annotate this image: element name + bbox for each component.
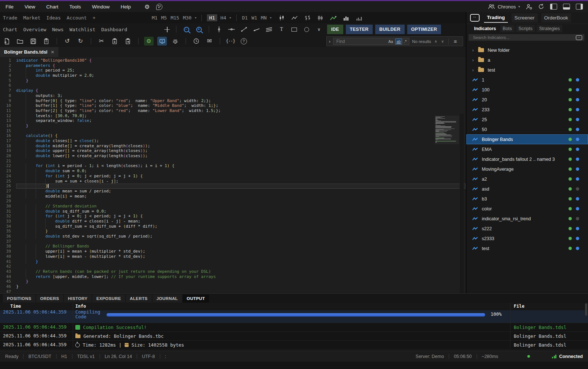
panel-tab-orderbook[interactable]: OrderBook (541, 13, 571, 22)
code-line[interactable]: 40 lower[i] = mean - (multiplier * std_d… (0, 254, 466, 259)
timeframe-d1[interactable]: D1 (242, 15, 248, 21)
cut-icon[interactable]: ✂ (98, 37, 105, 45)
code-line[interactable]: 29 (0, 199, 466, 204)
panel-tab-screener[interactable]: Screener (512, 13, 538, 22)
horizontal-line-tool-icon[interactable] (228, 26, 235, 33)
code-line[interactable]: 30 // Standard deviation (0, 204, 466, 209)
mode-button-builder[interactable]: BUILDER (375, 25, 405, 34)
code-line[interactable]: 35 } (0, 229, 466, 234)
code-line[interactable]: 32 for (int j = 0; j < period; j = j + 1… (0, 214, 466, 219)
output-row[interactable]: 2025.11.06 05:06:44.359Generated: Boling… (0, 332, 588, 341)
indicator-search-input[interactable]: Search Indicators... ·· (469, 34, 584, 41)
folder-row-test[interactable]: ›test (466, 65, 588, 75)
regex-toggle[interactable]: .* (403, 39, 408, 44)
timeframe-mn[interactable]: MN (261, 15, 267, 21)
code-line[interactable]: 19 double upper[] = create_array(length(… (0, 148, 466, 153)
output-row[interactable]: 2025.11.06 05:06:44.359Compilation Succe… (0, 323, 588, 332)
timeframe-m5[interactable]: M5 (161, 15, 167, 21)
bottom-tab-exposure[interactable]: EXPOSURE (92, 294, 125, 303)
candlestick-chart-icon[interactable] (279, 15, 285, 21)
theme-palette-icon[interactable] (156, 4, 162, 10)
code-line[interactable]: 14 } (0, 123, 466, 129)
text-tool-icon[interactable]: T (278, 26, 285, 33)
code-line[interactable]: 31 double sq_diff_sum = 0.0; (0, 209, 466, 214)
zoom-in-icon[interactable]: + (196, 27, 202, 32)
code-line[interactable]: 5 } (0, 78, 466, 83)
code-line[interactable]: 24 for (int j = 0; j < period; j = j + 1… (0, 174, 466, 179)
output-scrollbar[interactable] (585, 303, 587, 316)
panel-tab-trading[interactable]: Trading (484, 13, 508, 23)
timeframe-w1[interactable]: W1 (251, 15, 257, 21)
crosshair-icon[interactable] (164, 27, 170, 32)
code-line[interactable]: 33 double diff = closes[i - j] - mean; (0, 219, 466, 224)
bottom-tab-journal[interactable]: JOURNAL (153, 294, 182, 303)
format-braces-icon[interactable]: {··} (227, 37, 234, 45)
small-histogram-icon[interactable] (356, 15, 363, 21)
timeframe-h1[interactable]: H1 (207, 14, 217, 21)
user-settings-icon[interactable] (526, 4, 532, 10)
view-tab-chart[interactable]: Chart (3, 27, 17, 32)
code-line[interactable]: 2 parameters { (0, 63, 466, 68)
code-line[interactable]: 11 buffer[2] { type: "line"; color: "red… (0, 108, 466, 113)
code-line[interactable]: 25 sum = sum + closes[i - j]; (0, 179, 466, 184)
indicator-item-50[interactable]: 50 (466, 124, 588, 134)
code-line[interactable]: 27 double mean = sum / period; (0, 189, 466, 194)
indicator-item-indicator-sma-rsi-trend[interactable]: indicator_sma_rsi_trend (466, 214, 588, 224)
layout-left-panel-icon[interactable] (550, 4, 557, 10)
workspace-tab-ideas[interactable]: Ideas (46, 15, 61, 21)
sidebar-tab-bots[interactable]: Bots (500, 25, 514, 32)
ohlc-bars-icon[interactable] (304, 15, 311, 21)
menu-item-view[interactable]: View (19, 4, 41, 10)
code-line[interactable]: 18 double middle[] = create_array(length… (0, 144, 466, 149)
workspace-tab-trade[interactable]: Trade (3, 15, 17, 21)
code-line[interactable]: 21 (0, 159, 466, 164)
trend-line-chart-icon[interactable] (330, 15, 337, 21)
timeframe-h4[interactable]: H4 (220, 15, 226, 21)
ray-tool-icon[interactable] (253, 26, 260, 33)
timeframe-m15[interactable]: M15 (171, 15, 179, 21)
code-line[interactable]: 22 for (int i = period - 1; i < length(c… (0, 163, 466, 169)
chevron-right-icon[interactable]: › (472, 58, 478, 63)
code-line[interactable]: 39 upper[i] = mean + (multiplier * std_d… (0, 249, 466, 254)
indicator-item-asd[interactable]: asd (466, 184, 588, 194)
view-tab-overview[interactable]: Overview (23, 27, 46, 32)
indicator-item-bolinger-bands[interactable]: Bolinger Bands (466, 134, 588, 144)
vertical-line-tool-icon[interactable] (215, 26, 223, 33)
code-line[interactable]: 7display { (0, 88, 466, 93)
ellipse-tool-icon[interactable] (304, 27, 309, 32)
editor-scrollbar[interactable] (460, 114, 464, 293)
minimap[interactable] (435, 116, 459, 144)
save-icon[interactable] (29, 37, 37, 45)
view-tab-dashboard[interactable]: Dashboard (101, 27, 127, 32)
code-line[interactable]: 6 (0, 83, 466, 88)
timeframe-dropdown-icon[interactable]: ▾ (270, 16, 271, 19)
output-row[interactable]: 2025.11.06 05:06:44.359CompilingCode100% (0, 310, 588, 323)
bottom-tab-positions[interactable]: POSITIONS (3, 294, 35, 303)
copy-out-icon[interactable] (124, 37, 132, 45)
view-tab-watchlist[interactable]: Watchlist (69, 27, 95, 32)
close-tab-icon[interactable]: ✕ (51, 50, 54, 55)
open-folder-icon[interactable] (16, 37, 24, 45)
menu-item-file[interactable]: File (0, 4, 19, 10)
code-line[interactable]: 17 double closes[] = close(); (0, 138, 466, 144)
find-input[interactable]: Find Aa ab .* (333, 38, 409, 45)
indicator-item-s222[interactable]: s222 (466, 224, 588, 234)
code-line[interactable]: 38 // Bollinger Bands (0, 244, 466, 249)
bottom-tab-orders[interactable]: ORDERS (36, 294, 63, 303)
history-clock-icon[interactable] (193, 37, 200, 45)
indicator-item-b3[interactable]: b3 (466, 194, 588, 204)
indicator-item-indicator-bands-fallout-2-named-3[interactable]: Indicator_bands fallout 2 .. named 3 (466, 154, 588, 164)
chevron-right-icon[interactable]: › (472, 68, 478, 73)
account-menu[interactable]: Chronos ▾ (488, 4, 520, 10)
code-line[interactable]: 26 } (0, 184, 466, 189)
code-line[interactable]: 4 double multiplier = 2.0; (0, 73, 466, 78)
sidebar-tab-strategies[interactable]: Strategies (537, 25, 562, 32)
indicator-item-test[interactable]: test (466, 243, 588, 253)
sync-icon[interactable] (538, 4, 544, 10)
code-line[interactable]: 45 } (0, 279, 466, 284)
bottom-tab-history[interactable]: HISTORY (64, 294, 92, 303)
parallel-channel-tool-icon[interactable] (265, 26, 273, 33)
find-prev-icon[interactable]: ∧ (434, 39, 437, 43)
indicator-item-ema[interactable]: EMA (466, 144, 588, 154)
workspace-tab-item[interactable]: + (93, 15, 96, 21)
